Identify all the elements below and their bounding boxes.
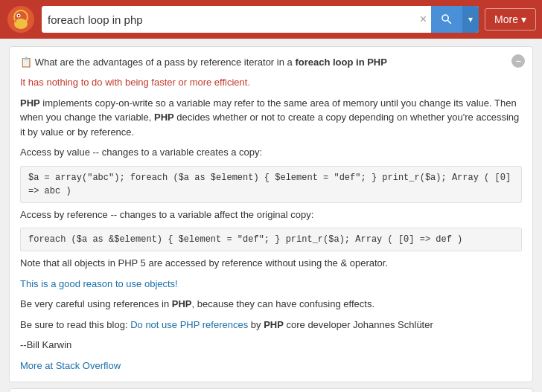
read-start: Be sure to read this blog: <box>20 319 130 330</box>
read-end: core developer Johannes Schlüter <box>284 319 433 330</box>
more-chevron-icon: ▾ <box>521 13 526 25</box>
search-icon <box>440 13 453 26</box>
read-paragraph: Be sure to read this blog: Do not use PH… <box>20 318 522 332</box>
result-title: 📋 What are the advantages of a pass by r… <box>20 56 522 69</box>
code-block-ref: foreach ($a as &$element) { $element = "… <box>20 228 522 251</box>
good-reason: This is a good reason to use objects! <box>20 277 522 292</box>
php-bold-2: PHP <box>154 112 174 123</box>
careful-paragraph: Be very careful using references in PHP,… <box>20 297 522 312</box>
read-mid: by <box>248 319 264 330</box>
attribution: --Bill Karwin <box>20 338 522 353</box>
svg-point-5 <box>18 15 19 16</box>
search-button[interactable] <box>431 6 462 33</box>
access-by-value-label: Access by value -- changes to a variable… <box>20 145 522 160</box>
collapse-result-button[interactable]: − <box>511 54 525 68</box>
result-card: − 📋 What are the advantages of a pass by… <box>9 46 533 382</box>
careful-bold: PHP <box>172 298 192 309</box>
good-reason-link[interactable]: This is a good reason to use objects! <box>20 278 178 289</box>
main-content: − 📋 What are the advantages of a pass by… <box>0 39 542 392</box>
read-blog-link[interactable]: Do not use PHP references <box>130 319 248 330</box>
search-bar[interactable]: × ▾ <box>42 6 479 33</box>
body-paragraph-1: PHP implements copy-on-write so a variab… <box>20 96 522 140</box>
note-text: Note that all objects in PHP 5 are acces… <box>20 256 522 271</box>
related-link-item: php key() in foreach-loop strange behavi… <box>9 388 533 392</box>
code-block-value: $a = array("abc"); foreach ($a as $eleme… <box>20 166 522 203</box>
duckduckgo-logo <box>6 4 36 34</box>
php-bold-1: PHP <box>20 97 40 109</box>
result-title-highlight: foreach loop in PHP <box>295 57 387 68</box>
result-title-prefix: What are the advantages of a pass by ref… <box>35 57 293 68</box>
header: × ▾ More ▾ <box>0 0 542 39</box>
result-body: It has nothing to do with being faster o… <box>20 75 522 373</box>
search-input[interactable] <box>42 6 415 33</box>
result-icon: 📋 <box>20 57 32 68</box>
careful-start: Be very careful using references in <box>20 298 172 309</box>
answer-first-line: It has nothing to do with being faster o… <box>20 75 522 90</box>
search-dropdown-button[interactable]: ▾ <box>462 6 479 33</box>
clear-search-button[interactable]: × <box>415 13 431 26</box>
more-label: More <box>494 13 518 25</box>
access-by-ref-label: Access by reference -- changes to a vari… <box>20 208 522 222</box>
related-links-section: php key() in foreach-loop strange behavi… <box>9 388 533 392</box>
careful-end: , because they can have confusing effect… <box>192 298 374 309</box>
more-menu-button[interactable]: More ▾ <box>485 8 536 30</box>
read-bold: PHP <box>264 319 284 330</box>
more-at-stackoverflow-link[interactable]: More at Stack Overflow <box>20 359 522 373</box>
